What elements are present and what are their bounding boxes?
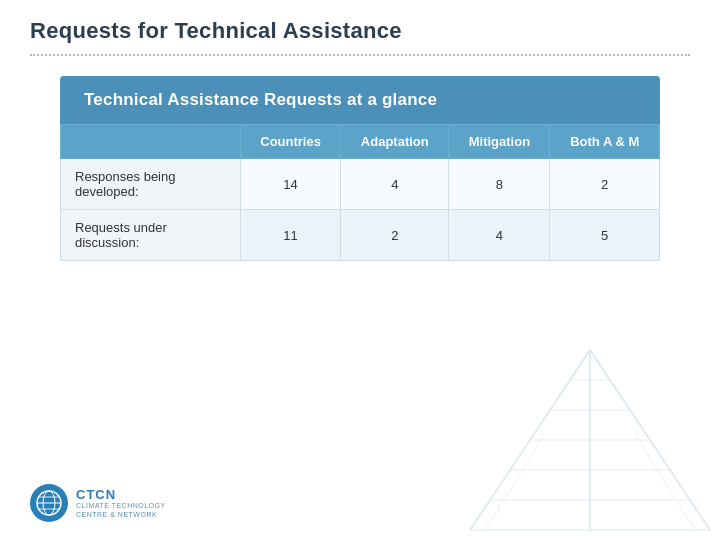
svg-line-19 [680,508,696,530]
logo-area: CTCN CLIMATE TECHNOLOGY CENTRE & NETWORK [30,484,196,522]
data-table: Countries Adaptation Mitigation Both A &… [60,124,660,261]
row-label: Responses being developed: [61,159,241,210]
col-header-label [61,125,241,159]
table-row: Responses being developed: 14 4 8 2 [61,159,660,210]
card-header: Technical Assistance Requests at a glanc… [60,76,660,124]
row-countries: 11 [241,210,341,261]
col-header-mitigation: Mitigation [449,125,550,159]
row-label: Requests under discussion: [61,210,241,261]
table-row: Requests under discussion: 11 2 4 5 [61,210,660,261]
svg-line-16 [498,483,515,508]
row-adaptation: 4 [341,159,449,210]
col-header-adaptation: Adaptation [341,125,449,159]
row-mitigation: 4 [449,210,550,261]
col-header-countries: Countries [241,125,341,159]
content-area: Technical Assistance Requests at a glanc… [0,76,720,261]
svg-line-20 [665,483,682,508]
architectural-watermark [460,340,720,540]
row-mitigation: 8 [449,159,550,210]
svg-line-17 [515,458,530,483]
divider [30,54,690,56]
logo-subtext: CLIMATE TECHNOLOGY CENTRE & NETWORK [76,502,196,519]
logo-text-area: CTCN CLIMATE TECHNOLOGY CENTRE & NETWORK [76,487,196,519]
svg-line-21 [650,458,665,483]
logo-name: CTCN [76,487,196,502]
page-title: Requests for Technical Assistance [0,0,720,54]
row-both: 5 [550,210,660,261]
table-header-row: Countries Adaptation Mitigation Both A &… [61,125,660,159]
logo-circle [30,484,68,522]
row-adaptation: 2 [341,210,449,261]
col-header-both: Both A & M [550,125,660,159]
row-countries: 14 [241,159,341,210]
row-both: 2 [550,159,660,210]
svg-line-15 [484,508,500,530]
